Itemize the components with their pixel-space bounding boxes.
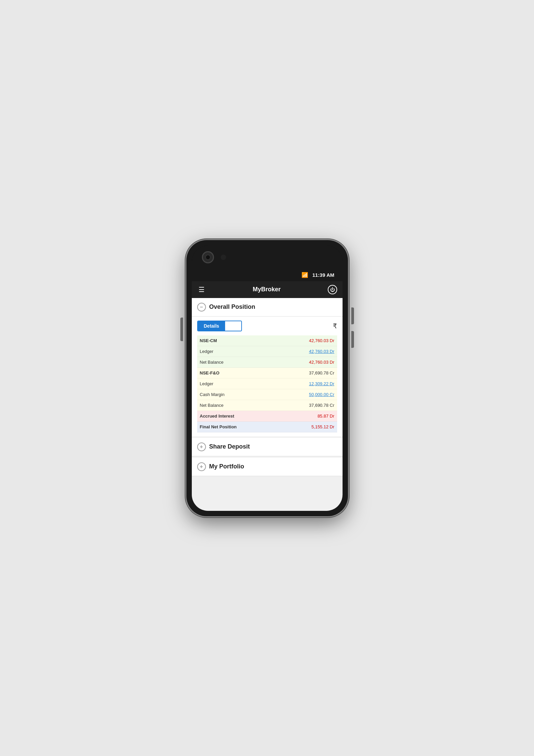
row-label-final-net: Final Net Position [200,424,237,429]
app-header: ☰ MyBroker ⏻ [192,281,343,298]
row-value-cash-margin[interactable]: 50,000.00 Cr [309,392,334,397]
row-label-netbalance-2: Net Balance [200,403,224,408]
camera [202,251,214,263]
row-value-nse-fo: 37,690.78 Cr [309,370,334,375]
table-row: NSE-CM 42,760.03 Dr [197,335,337,346]
my-portfolio-toggle[interactable]: + [197,462,206,471]
app-title: MyBroker [253,286,281,293]
row-value-final-net: 5,155.12 Dr [312,424,334,429]
tab-details[interactable]: Details [198,321,225,331]
status-time: 11:39 AM [312,272,334,278]
tab-summary[interactable] [225,321,241,331]
row-label-nse-fo: NSE-F&O [200,370,220,375]
row-label-netbalance-1: Net Balance [200,360,224,365]
share-deposit-title: Share Deposit [209,443,250,450]
row-value-ledger-1[interactable]: 42,760.03 Dr [309,349,334,354]
table-row: Ledger 12,309.22 Dr [197,379,337,389]
side-button-right-2 [351,331,354,348]
camera-sensor [221,255,226,260]
row-value-ledger-2[interactable]: 12,309.22 Dr [309,381,334,386]
table-row: Accrued Interest 85.87 Dr [197,411,337,422]
table-row: Net Balance 37,690.78 Cr [197,400,337,411]
status-bar: 📶 11:39 AM [192,269,343,281]
row-value-nse-cm: 42,760.03 Dr [309,338,334,343]
table-row: NSE-F&O 37,690.78 Cr [197,368,337,379]
overall-position-header: − Overall Position [192,298,343,317]
row-value-netbalance-1: 42,760.03 Dr [309,360,334,365]
camera-lens [205,255,211,260]
my-portfolio-header[interactable]: + My Portfolio [192,458,343,476]
row-label-ledger-1: Ledger [200,349,213,354]
side-button-left [180,318,183,341]
table-row: Final Net Position 5,155.12 Dr [197,422,337,432]
overall-position-section: − Overall Position Details ₹ [192,298,343,436]
table-row: Cash Margin 50,000.00 Cr [197,389,337,400]
share-deposit-section: + Share Deposit [192,438,343,456]
hamburger-button[interactable]: ☰ [197,284,206,295]
power-icon: ⏻ [330,287,335,292]
my-portfolio-title: My Portfolio [209,463,244,470]
row-value-accrued: 85.87 Dr [318,414,334,419]
share-deposit-toggle[interactable]: + [197,442,206,451]
tab-group: Details [197,321,242,331]
screen-content: − Overall Position Details ₹ [192,298,343,511]
row-value-netbalance-2: 37,690.78 Cr [309,403,334,408]
overall-position-toggle[interactable]: − [197,303,206,311]
row-label-cash-margin: Cash Margin [200,392,225,397]
phone-topbar [192,245,343,269]
wifi-icon: 📶 [301,272,308,278]
row-label-nse-cm: NSE-CM [200,338,217,343]
share-deposit-header[interactable]: + Share Deposit [192,438,343,456]
table-row: Ledger 42,760.03 Dr [197,346,337,357]
row-label-ledger-2: Ledger [200,381,213,386]
table-row: Net Balance 42,760.03 Dr [197,357,337,368]
my-portfolio-section: + My Portfolio [192,458,343,476]
position-content: Details ₹ NSE-CM 42,760.03 Dr Ledger 42,… [192,317,343,436]
phone-frame: 📶 11:39 AM ☰ MyBroker ⏻ − Overall Positi… [186,240,348,516]
tab-row: Details ₹ [197,321,337,331]
row-label-accrued: Accrued Interest [200,414,235,419]
overall-position-title: Overall Position [209,303,255,310]
power-button[interactable]: ⏻ [328,285,337,294]
phone-screen: 📶 11:39 AM ☰ MyBroker ⏻ − Overall Positi… [192,245,343,511]
currency-symbol: ₹ [333,322,337,330]
side-button-right-1 [351,307,354,324]
